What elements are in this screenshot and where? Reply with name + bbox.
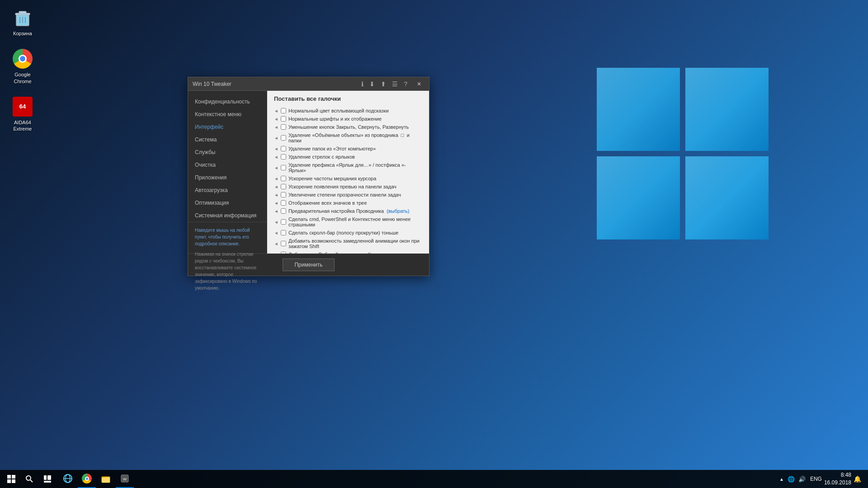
window-title: Win 10 Tweaker: [193, 81, 359, 87]
arrow-icon[interactable]: ◄: [274, 192, 278, 197]
arrow-icon[interactable]: ◄: [274, 220, 278, 225]
recycle-bin-label: Корзина: [13, 30, 32, 37]
sidebar-item-interface[interactable]: Интерфейс: [188, 121, 267, 133]
close-button[interactable]: ✕: [414, 79, 425, 89]
list-item: ◄ Уменьшение кнопок Закрыть, Свернуть, Р…: [274, 123, 422, 131]
arrow-icon[interactable]: ◄: [274, 176, 278, 181]
desktop-icon-recycle-bin[interactable]: Корзина: [5, 5, 41, 39]
task-view-button[interactable]: [38, 470, 57, 488]
window-controls: ✕: [414, 79, 425, 89]
sidebar-item-optimization[interactable]: Оптимизация: [188, 197, 267, 209]
checkbox-row4[interactable]: [281, 135, 286, 141]
arrow-icon[interactable]: ◄: [274, 230, 278, 235]
taskbar-icon-tweaker[interactable]: W: [116, 470, 134, 488]
notification-icon[interactable]: 🔔: [854, 475, 861, 483]
taskbar-icon-ie[interactable]: [59, 470, 77, 488]
sidebar-item-context-menu[interactable]: Контекстное меню: [188, 108, 267, 121]
chrome-label: Google Chrome: [7, 71, 38, 84]
sidebar-menu: Конфиденциальность Контекстное меню Инте…: [188, 95, 267, 222]
taskbar-icon-explorer[interactable]: [97, 470, 115, 488]
taskbar-right: ▲ 🌐 🔊 ENG 8:48 16.09.2018 🔔: [779, 471, 866, 487]
arrow-icon[interactable]: ◄: [274, 201, 278, 206]
list-item: ◄ Нормальные шрифты и их отображение: [274, 115, 422, 123]
windows-logo: [597, 68, 778, 249]
arrow-icon[interactable]: ◄: [274, 117, 278, 122]
sidebar-item-cleanup[interactable]: Очистка: [188, 159, 267, 171]
desktop-icon-chrome[interactable]: Google Chrome: [5, 46, 41, 87]
checkbox-row12[interactable]: [281, 208, 286, 214]
apply-button[interactable]: Применить: [283, 258, 334, 271]
taskbar-clock[interactable]: 8:48 16.09.2018: [824, 471, 851, 487]
arrow-icon[interactable]: ◄: [274, 155, 278, 160]
svg-line-11: [30, 480, 33, 482]
checkbox-row5[interactable]: [281, 146, 286, 151]
upload-icon[interactable]: ⬆: [379, 80, 388, 89]
taskbar-time: 8:48: [824, 471, 851, 479]
checkbox-row2[interactable]: [281, 116, 286, 122]
volume-icon[interactable]: 🔊: [798, 476, 806, 483]
svg-text:W: W: [123, 477, 127, 481]
svg-rect-19: [102, 478, 110, 483]
list-item: ◄ Удаление стрелок с ярлыков: [274, 153, 422, 161]
start-button[interactable]: [2, 470, 20, 488]
checkbox-row6[interactable]: [281, 154, 286, 160]
settings-icon[interactable]: ☰: [390, 80, 400, 89]
arrow-icon[interactable]: ◄: [274, 108, 278, 113]
checkbox-row13[interactable]: [281, 219, 286, 225]
sidebar-item-apps[interactable]: Приложения: [188, 171, 267, 184]
arrow-icon[interactable]: ◄: [274, 209, 278, 214]
svg-rect-8: [7, 479, 11, 483]
list-item: ◄ Добавить на Рабочий стол значок Компью…: [274, 250, 422, 253]
checkbox-row8[interactable]: [281, 176, 286, 181]
arrow-icon[interactable]: ◄: [274, 252, 278, 254]
download-icon[interactable]: ⬇: [368, 80, 377, 89]
explorer-settings-link[interactable]: (выбрать): [387, 208, 409, 214]
aida64-icon: 64: [12, 96, 33, 117]
taskbar-icon-chrome[interactable]: [78, 470, 96, 488]
search-button[interactable]: [20, 470, 38, 488]
arrow-icon[interactable]: ◄: [274, 184, 278, 189]
arrow-icon[interactable]: ◄: [274, 165, 278, 170]
list-item: ◄ Нормальный цвет всплывающей подсказки: [274, 107, 422, 115]
sidebar-item-privacy[interactable]: Конфиденциальность: [188, 95, 267, 108]
list-item: ◄ Сделать скролл-бар (полосу прокрутки) …: [274, 229, 422, 237]
arrow-icon[interactable]: ◄: [274, 136, 278, 141]
checkbox-row3[interactable]: [281, 124, 286, 130]
desktop-icon-aida64[interactable]: 64 AIDA64Extreme: [5, 94, 41, 135]
taskbar-arrow-icon[interactable]: ▲: [779, 477, 784, 482]
help-icon[interactable]: ?: [402, 80, 409, 89]
checkbox-row14[interactable]: [281, 230, 286, 235]
list-item: ◄ Увеличение степени прозрачности панели…: [274, 191, 422, 199]
checkbox-row10[interactable]: [281, 192, 286, 197]
network-icon[interactable]: 🌐: [788, 476, 795, 483]
checkbox-row15[interactable]: [281, 241, 286, 246]
svg-point-10: [26, 476, 31, 480]
sidebar-item-autostart[interactable]: Автозагрузка: [188, 184, 267, 197]
list-item: ◄ Предварительная настройка Проводника (…: [274, 207, 422, 215]
checkbox-row9[interactable]: [281, 184, 286, 189]
arrow-icon[interactable]: ◄: [274, 146, 278, 151]
svg-rect-6: [7, 475, 11, 479]
desktop-icons: Корзина Google Chrome 64 AIDA64Extreme: [5, 5, 41, 134]
arrow-icon[interactable]: ◄: [274, 125, 278, 130]
taskbar-date: 16.09.2018: [824, 479, 851, 487]
taskbar-lang[interactable]: ENG: [810, 476, 822, 482]
info-icon[interactable]: ℹ: [359, 80, 365, 89]
sidebar-info: Наведите мышь на любой пункт, чтобы полу…: [188, 222, 267, 296]
tweaker-window: Win 10 Tweaker ℹ ⬇ ⬆ ☰ ? ✕ Конфиденциаль…: [188, 77, 429, 276]
svg-rect-14: [44, 481, 51, 483]
checkbox-row7[interactable]: [281, 165, 286, 170]
checkbox-row11[interactable]: [281, 200, 286, 206]
list-item: ◄ Удаление «Объёмные объекты» из проводн…: [274, 131, 422, 145]
sidebar-item-system[interactable]: Система: [188, 133, 267, 146]
sidebar-item-sysinfo[interactable]: Системная информация: [188, 209, 267, 222]
sidebar-item-services[interactable]: Службы: [188, 146, 267, 159]
checkbox-row1[interactable]: [281, 108, 286, 113]
list-item: ◄ Добавить возможность замедленной анима…: [274, 237, 422, 250]
list-item: ◄ Сделать cmd, PowerShell и Контекстное …: [274, 215, 422, 229]
svg-rect-2: [19, 11, 26, 14]
checkbox-row16[interactable]: [281, 252, 286, 253]
arrow-icon[interactable]: ◄: [274, 241, 278, 246]
list-item: ◄ Ускорение появления превью на панели з…: [274, 183, 422, 191]
svg-rect-13: [47, 475, 51, 480]
